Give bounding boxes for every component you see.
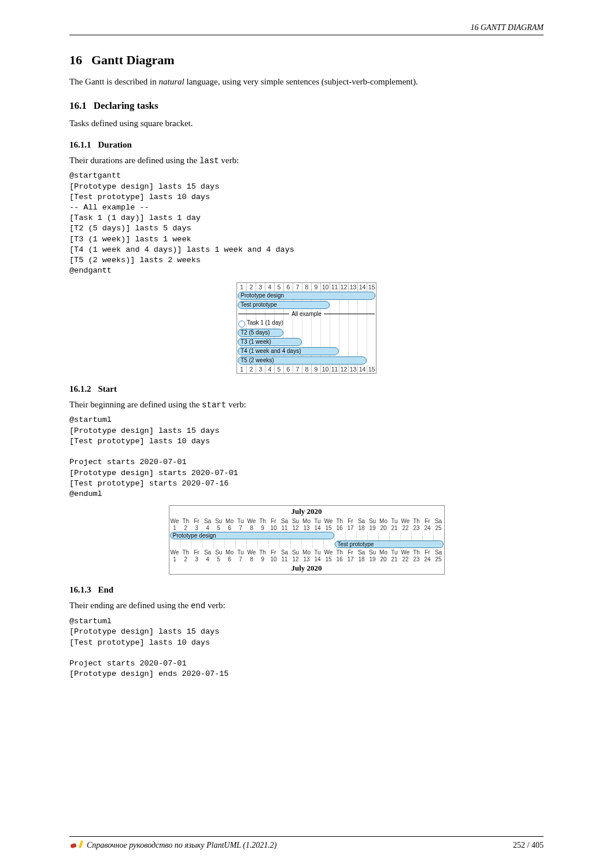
page-number: 252 / 405 — [513, 841, 544, 850]
code-block-end: @startuml [Prototype design] lasts 15 da… — [69, 616, 544, 679]
gantt-bar: Task 1 (1 day) — [238, 319, 307, 328]
page-footer: Справочное руководство по языку PlantUML… — [69, 836, 544, 851]
section-number: 16 — [69, 53, 82, 67]
gantt-bar: Test prototype — [238, 301, 330, 309]
gantt-bar: Prototype design — [170, 532, 334, 539]
gantt-bar: T3 (1 week) — [238, 338, 302, 346]
gantt-bar: Prototype design — [238, 292, 375, 300]
section-heading: 16Gantt Diagram — [69, 53, 544, 68]
end-text: Their ending are defined using the end v… — [69, 599, 544, 612]
section-title: Gantt Diagram — [91, 53, 175, 67]
gantt-bar: T5 (2 weeks) — [238, 356, 367, 365]
gantt-bar: Test prototype — [335, 540, 444, 548]
footer-title: Справочное руководство по языку PlantUML… — [87, 841, 276, 850]
subsubsection-heading-duration: 16.1.1Duration — [69, 140, 544, 150]
code-block-duration: @startgantt [Prototype design] lasts 15 … — [69, 171, 544, 276]
gantt-bar: T2 (5 days) — [238, 329, 283, 337]
code-block-start: @startuml [Prototype design] lasts 15 da… — [69, 415, 544, 499]
plantuml-logo-icon — [69, 840, 82, 851]
intro-paragraph: The Gantt is described in natural langua… — [69, 76, 544, 87]
subsection-text: Tasks defined using square bracket. — [69, 117, 544, 129]
subsubsection-heading-end: 16.1.3End — [69, 585, 544, 595]
gantt-bar: T4 (1 week and 4 days) — [238, 347, 339, 355]
gantt-diagram-duration: 123456789101112131415 Prototype design T… — [237, 282, 376, 374]
subsection-heading: 16.1Declaring tasks — [69, 100, 544, 112]
start-text: Their beginning are defined using the st… — [69, 399, 544, 411]
gantt-diagram-start: July 2020 WeThFrSaSuMoTuWeThFrSaSuMoTuWe… — [169, 505, 445, 575]
subsubsection-heading-start: 16.1.2Start — [69, 384, 544, 394]
page-header-section: 16 GANTT DIAGRAM — [69, 23, 544, 35]
duration-text: Their durations are defined using the la… — [69, 155, 544, 167]
